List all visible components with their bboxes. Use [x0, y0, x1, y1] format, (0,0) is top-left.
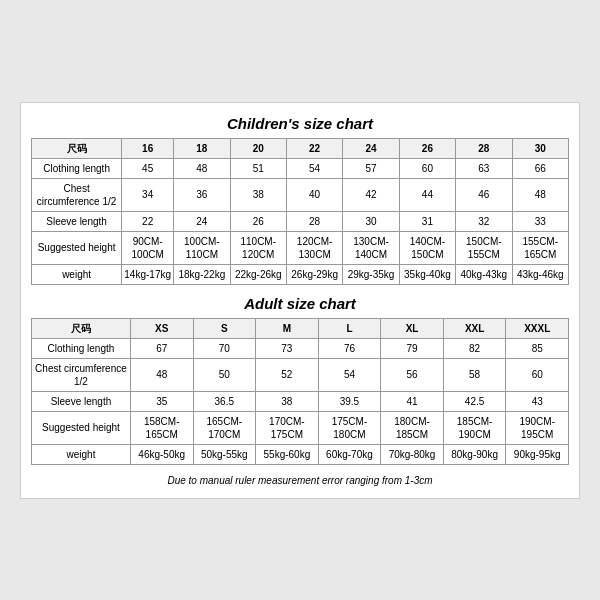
cell-value: 42	[343, 178, 399, 211]
table-row: weight14kg-17kg18kg-22kg22kg-26kg26kg-29…	[32, 264, 569, 284]
children-chart-title: Children's size chart	[31, 115, 569, 132]
row-label: Clothing length	[32, 338, 131, 358]
chart-container: Children's size chart 尺码1618202224262830…	[20, 102, 580, 499]
cell-value: 48	[130, 358, 193, 391]
table-row: Sleeve length3536.53839.54142.543	[32, 391, 569, 411]
cell-value: 51	[230, 158, 286, 178]
row-label: weight	[32, 264, 122, 284]
cell-value: 76	[318, 338, 381, 358]
cell-value: 79	[381, 338, 444, 358]
cell-value: 90CM-100CM	[122, 231, 174, 264]
column-header: 22	[286, 138, 342, 158]
column-header: 尺码	[32, 138, 122, 158]
cell-value: 45	[122, 158, 174, 178]
column-header: 28	[456, 138, 512, 158]
cell-value: 120CM-130CM	[286, 231, 342, 264]
cell-value: 14kg-17kg	[122, 264, 174, 284]
cell-value: 130CM-140CM	[343, 231, 399, 264]
row-label: Sleeve length	[32, 391, 131, 411]
cell-value: 55kg-60kg	[256, 444, 319, 464]
row-label: Sleeve length	[32, 211, 122, 231]
cell-value: 50kg-55kg	[193, 444, 256, 464]
cell-value: 36.5	[193, 391, 256, 411]
table-row: Suggested height90CM-100CM100CM-110CM110…	[32, 231, 569, 264]
cell-value: 70	[193, 338, 256, 358]
cell-value: 50	[193, 358, 256, 391]
cell-value: 44	[399, 178, 455, 211]
cell-value: 66	[512, 158, 569, 178]
cell-value: 29kg-35kg	[343, 264, 399, 284]
row-label: Suggested height	[32, 411, 131, 444]
table-row: weight46kg-50kg50kg-55kg55kg-60kg60kg-70…	[32, 444, 569, 464]
cell-value: 26kg-29kg	[286, 264, 342, 284]
table-row: Clothing length4548515457606366	[32, 158, 569, 178]
cell-value: 43	[506, 391, 569, 411]
cell-value: 52	[256, 358, 319, 391]
column-header: XXL	[443, 318, 506, 338]
column-header: 尺码	[32, 318, 131, 338]
column-header: 30	[512, 138, 569, 158]
cell-value: 38	[256, 391, 319, 411]
column-header: 18	[174, 138, 230, 158]
cell-value: 35	[130, 391, 193, 411]
cell-value: 41	[381, 391, 444, 411]
cell-value: 42.5	[443, 391, 506, 411]
cell-value: 170CM-175CM	[256, 411, 319, 444]
row-label: Chest circumference 1/2	[32, 358, 131, 391]
cell-value: 110CM-120CM	[230, 231, 286, 264]
cell-value: 56	[381, 358, 444, 391]
cell-value: 63	[456, 158, 512, 178]
cell-value: 24	[174, 211, 230, 231]
children-header-row: 尺码1618202224262830	[32, 138, 569, 158]
column-header: XXXL	[506, 318, 569, 338]
table-row: Sleeve length2224262830313233	[32, 211, 569, 231]
cell-value: 100CM-110CM	[174, 231, 230, 264]
cell-value: 40kg-43kg	[456, 264, 512, 284]
cell-value: 85	[506, 338, 569, 358]
row-label: weight	[32, 444, 131, 464]
cell-value: 39.5	[318, 391, 381, 411]
cell-value: 190CM-195CM	[506, 411, 569, 444]
column-header: XS	[130, 318, 193, 338]
table-row: Suggested height158CM-165CM165CM-170CM17…	[32, 411, 569, 444]
cell-value: 33	[512, 211, 569, 231]
children-table: 尺码1618202224262830 Clothing length454851…	[31, 138, 569, 285]
cell-value: 22kg-26kg	[230, 264, 286, 284]
table-row: Clothing length67707376798285	[32, 338, 569, 358]
adult-table: 尺码XSSMLXLXXLXXXL Clothing length67707376…	[31, 318, 569, 465]
cell-value: 48	[512, 178, 569, 211]
column-header: L	[318, 318, 381, 338]
adult-chart-title: Adult size chart	[31, 295, 569, 312]
cell-value: 35kg-40kg	[399, 264, 455, 284]
table-row: Chest circumference 1/248505254565860	[32, 358, 569, 391]
row-label: Suggested height	[32, 231, 122, 264]
cell-value: 70kg-80kg	[381, 444, 444, 464]
cell-value: 46	[456, 178, 512, 211]
column-header: M	[256, 318, 319, 338]
column-header: 24	[343, 138, 399, 158]
cell-value: 60kg-70kg	[318, 444, 381, 464]
cell-value: 40	[286, 178, 342, 211]
cell-value: 158CM-165CM	[130, 411, 193, 444]
cell-value: 180CM-185CM	[381, 411, 444, 444]
children-body: Clothing length4548515457606366Chest cir…	[32, 158, 569, 284]
cell-value: 54	[318, 358, 381, 391]
cell-value: 38	[230, 178, 286, 211]
column-header: XL	[381, 318, 444, 338]
note: Due to manual ruler measurement error ra…	[31, 475, 569, 486]
cell-value: 60	[399, 158, 455, 178]
cell-value: 28	[286, 211, 342, 231]
cell-value: 90kg-95kg	[506, 444, 569, 464]
cell-value: 73	[256, 338, 319, 358]
cell-value: 80kg-90kg	[443, 444, 506, 464]
cell-value: 82	[443, 338, 506, 358]
cell-value: 46kg-50kg	[130, 444, 193, 464]
adult-body: Clothing length67707376798285Chest circu…	[32, 338, 569, 464]
cell-value: 34	[122, 178, 174, 211]
column-header: S	[193, 318, 256, 338]
column-header: 26	[399, 138, 455, 158]
cell-value: 48	[174, 158, 230, 178]
cell-value: 155CM-165CM	[512, 231, 569, 264]
row-label: Clothing length	[32, 158, 122, 178]
row-label: Chest circumference 1/2	[32, 178, 122, 211]
